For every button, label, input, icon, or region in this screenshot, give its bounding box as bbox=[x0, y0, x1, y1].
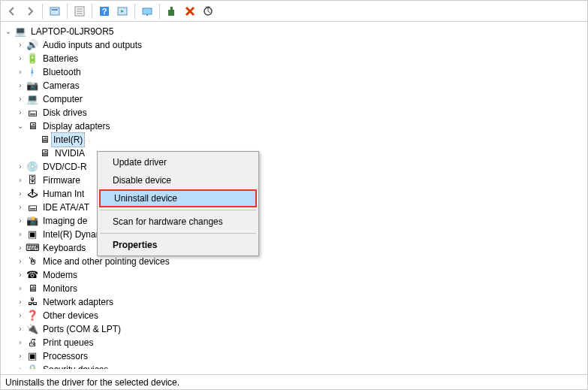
device-icon: ▣ bbox=[26, 350, 38, 362]
device-icon: 🖥 bbox=[26, 120, 38, 132]
tree-category-5[interactable]: ›🖴Disk drives bbox=[1, 106, 587, 119]
back-button[interactable] bbox=[4, 3, 20, 20]
expand-icon[interactable]: › bbox=[14, 161, 26, 173]
tree-root[interactable]: ⌄💻LAPTOP-0LJR9OR5 bbox=[1, 25, 587, 38]
tree-label: Intel(R) bbox=[51, 132, 85, 147]
tree-category-18[interactable]: ›❓Other devices bbox=[1, 309, 587, 322]
tree-label: Processors bbox=[41, 349, 89, 363]
expand-icon[interactable]: › bbox=[14, 323, 26, 335]
tree-category-3[interactable]: ›📷Cameras bbox=[1, 79, 587, 92]
device-icon: 💻 bbox=[26, 93, 38, 105]
expand-icon[interactable]: › bbox=[14, 188, 26, 200]
action-button[interactable] bbox=[114, 3, 131, 20]
device-icon: ☎ bbox=[26, 269, 38, 281]
expand-icon[interactable]: › bbox=[14, 364, 26, 369]
expand-icon[interactable]: › bbox=[14, 228, 26, 240]
tree-category-14[interactable]: ›🖱Mice and other pointing devices bbox=[1, 255, 587, 268]
tree-category-15[interactable]: ›☎Modems bbox=[1, 268, 587, 282]
forward-button[interactable] bbox=[22, 3, 38, 20]
expand-icon[interactable]: › bbox=[14, 296, 26, 308]
tree-label: Audio inputs and outputs bbox=[41, 38, 143, 52]
tree-device-6-1[interactable]: 🖥NVIDIA bbox=[1, 147, 587, 160]
collapse-icon[interactable]: ⌄ bbox=[2, 26, 14, 38]
svg-rect-0 bbox=[50, 8, 59, 15]
expand-icon[interactable]: › bbox=[14, 350, 26, 362]
collapse-icon[interactable]: ⌄ bbox=[14, 120, 26, 132]
tree-category-6[interactable]: ⌄🖥Display adapters bbox=[1, 119, 587, 133]
tree-label: Disk drives bbox=[41, 106, 89, 119]
device-icon: 🗄 bbox=[26, 174, 38, 186]
context-menu-separator bbox=[100, 233, 256, 234]
tree-category-4[interactable]: ›💻Computer bbox=[1, 92, 587, 106]
svg-text:?: ? bbox=[102, 7, 107, 16]
tree-category-16[interactable]: ›🖥Monitors bbox=[1, 282, 587, 295]
expand-icon[interactable]: › bbox=[14, 66, 26, 78]
device-icon: 🔊 bbox=[26, 39, 38, 51]
tree-category-19[interactable]: ›🔌Ports (COM & LPT) bbox=[1, 322, 587, 336]
expand-icon[interactable]: › bbox=[14, 53, 26, 65]
tree-category-0[interactable]: ›🔊Audio inputs and outputs bbox=[1, 38, 587, 52]
context-menu-item-properties[interactable]: Properties bbox=[99, 236, 257, 254]
tree-device-6-0[interactable]: 🖥Intel(R) bbox=[1, 133, 587, 147]
svg-rect-9 bbox=[143, 8, 152, 14]
expand-icon[interactable]: › bbox=[14, 80, 26, 92]
tree-category-8[interactable]: ›🗄Firmware bbox=[1, 174, 587, 187]
properties-button[interactable] bbox=[71, 3, 88, 20]
tree-category-17[interactable]: ›🖧Network adapters bbox=[1, 295, 587, 309]
context-menu-item-disable-device[interactable]: Disable device bbox=[99, 171, 257, 189]
scan-button[interactable] bbox=[200, 3, 216, 20]
device-icon: 🔋 bbox=[26, 53, 38, 65]
expand-icon[interactable]: › bbox=[14, 39, 26, 51]
context-menu: Update driverDisable deviceUninstall dev… bbox=[97, 151, 259, 256]
expand-icon[interactable]: › bbox=[14, 283, 26, 295]
device-icon: 🖥 bbox=[38, 147, 50, 159]
tree-label: Human Int bbox=[41, 187, 86, 201]
show-hidden-button[interactable] bbox=[47, 3, 63, 20]
tree-spacer bbox=[26, 147, 38, 159]
expand-icon[interactable]: › bbox=[14, 201, 26, 213]
tree-category-7[interactable]: ›💿DVD/CD-R bbox=[1, 160, 587, 174]
add-legacy-button[interactable] bbox=[164, 3, 180, 20]
help-button[interactable]: ? bbox=[96, 3, 113, 20]
view-button[interactable] bbox=[139, 3, 155, 20]
toolbar-separator bbox=[134, 4, 135, 19]
tree-category-2[interactable]: ›ᚼBluetooth bbox=[1, 65, 587, 79]
context-menu-item-uninstall-device[interactable]: Uninstall device bbox=[99, 189, 257, 207]
tree-label: Ports (COM & LPT) bbox=[41, 322, 122, 336]
context-menu-item-scan-for-hardware-changes[interactable]: Scan for hardware changes bbox=[99, 213, 257, 231]
device-icon: ᚼ bbox=[26, 66, 38, 78]
expand-icon[interactable]: › bbox=[14, 255, 26, 268]
toolbar-separator bbox=[67, 4, 68, 19]
tree-label: Monitors bbox=[41, 282, 79, 295]
tree-category-13[interactable]: ›⌨Keyboards bbox=[1, 241, 587, 255]
tree-label: DVD/CD-R bbox=[41, 160, 89, 174]
tree-label: Print queues bbox=[41, 336, 95, 349]
tree-category-12[interactable]: ›▣Intel(R) Dynamic Platform and Thermal … bbox=[1, 228, 587, 241]
expand-icon[interactable]: › bbox=[14, 174, 26, 186]
tree-label: Mice and other pointing devices bbox=[41, 255, 171, 268]
expand-icon[interactable]: › bbox=[14, 310, 26, 322]
tree-category-9[interactable]: ›🕹Human Int bbox=[1, 187, 587, 201]
tree-category-1[interactable]: ›🔋Batteries bbox=[1, 52, 587, 65]
device-icon: 🖧 bbox=[26, 296, 38, 308]
toolbar: ? bbox=[1, 1, 587, 22]
tree-category-20[interactable]: ›🖨Print queues bbox=[1, 336, 587, 349]
remove-button[interactable] bbox=[182, 3, 198, 20]
tree-category-21[interactable]: ›▣Processors bbox=[1, 349, 587, 363]
expand-icon[interactable]: › bbox=[14, 215, 26, 227]
tree-label: Batteries bbox=[41, 52, 80, 65]
expand-icon[interactable]: › bbox=[14, 269, 26, 281]
tree-category-22[interactable]: ›🔒Security devices bbox=[1, 363, 587, 369]
expand-icon[interactable]: › bbox=[14, 337, 26, 349]
device-icon: 🕹 bbox=[26, 188, 38, 200]
expand-icon[interactable]: › bbox=[14, 107, 26, 119]
expand-icon[interactable]: › bbox=[14, 93, 26, 105]
tree-label: NVIDIA bbox=[53, 147, 86, 160]
tree-label: Keyboards bbox=[41, 241, 87, 255]
context-menu-item-update-driver[interactable]: Update driver bbox=[99, 153, 257, 171]
tree-category-10[interactable]: ›🖴IDE ATA/AT bbox=[1, 201, 587, 214]
tree-category-11[interactable]: ›📸Imaging de bbox=[1, 214, 587, 228]
device-icon: 📸 bbox=[26, 215, 38, 227]
tree-label: Display adapters bbox=[41, 119, 111, 133]
device-tree[interactable]: ⌄💻LAPTOP-0LJR9OR5›🔊Audio inputs and outp… bbox=[1, 22, 587, 369]
